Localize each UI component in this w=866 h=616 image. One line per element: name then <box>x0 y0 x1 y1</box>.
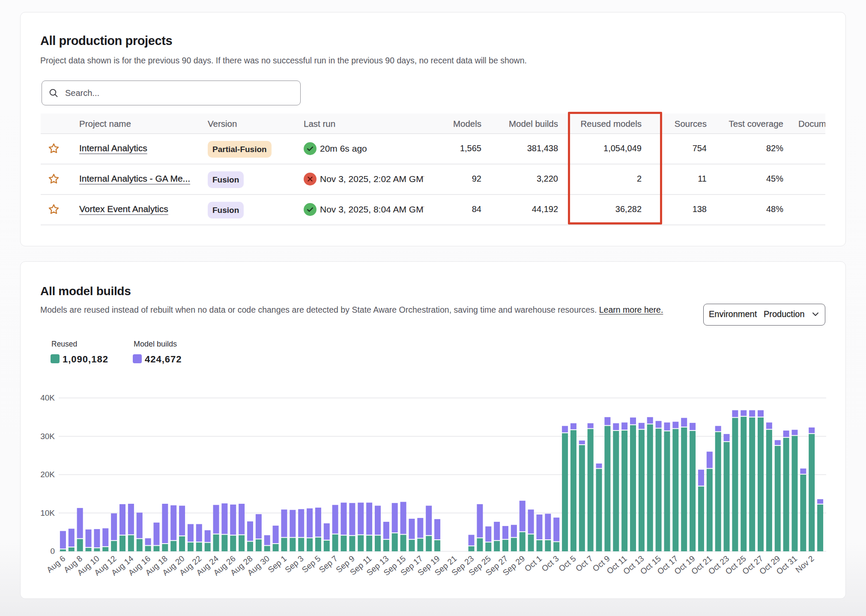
svg-text:0: 0 <box>50 547 55 556</box>
svg-text:Oct 7: Oct 7 <box>574 554 594 573</box>
svg-text:Oct 5: Oct 5 <box>557 554 577 573</box>
svg-text:Oct 3: Oct 3 <box>540 554 560 573</box>
svg-text:Oct 1: Oct 1 <box>523 554 543 573</box>
svg-text:Nov 2: Nov 2 <box>794 554 816 574</box>
svg-text:40K: 40K <box>40 393 55 402</box>
svg-text:Sep 5: Sep 5 <box>300 554 323 574</box>
svg-text:Sep 1: Sep 1 <box>266 554 289 574</box>
svg-text:Sep 3: Sep 3 <box>283 554 305 574</box>
svg-text:30K: 30K <box>40 432 55 441</box>
svg-text:Aug 6: Aug 6 <box>45 554 67 574</box>
svg-text:Sep 7: Sep 7 <box>317 554 340 574</box>
svg-text:20K: 20K <box>40 470 55 479</box>
svg-text:10K: 10K <box>40 508 55 517</box>
